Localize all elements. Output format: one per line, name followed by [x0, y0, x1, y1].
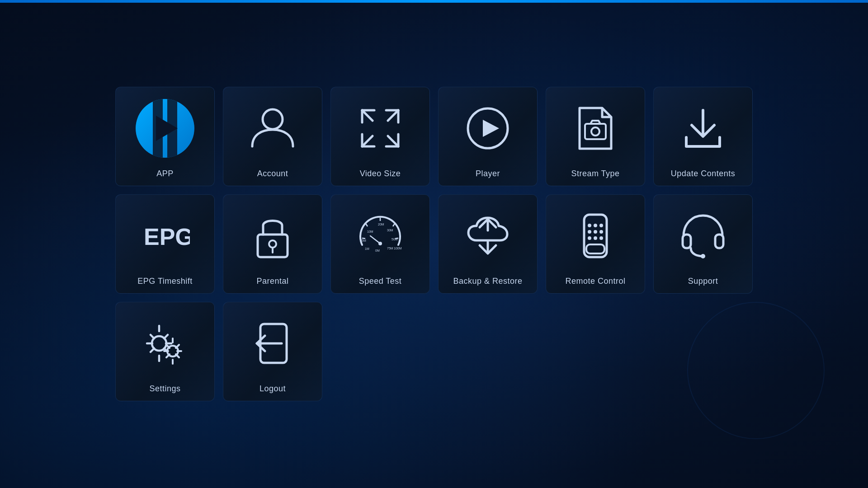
update-contents-icon — [654, 87, 752, 169]
tile-epg-timeshift[interactable]: EPG EPG Timeshift — [115, 194, 215, 294]
tile-parental[interactable]: Parental — [223, 194, 322, 294]
tile-remote-control[interactable]: Remote Control — [546, 194, 645, 294]
tile-account[interactable]: Account — [223, 87, 322, 186]
tile-app[interactable]: APP — [115, 87, 215, 186]
svg-point-38 — [594, 224, 597, 227]
svg-text:10M: 10M — [367, 230, 373, 233]
video-size-icon — [331, 87, 429, 169]
tile-stream-type[interactable]: Stream Type — [546, 87, 645, 186]
svg-line-19 — [366, 224, 368, 226]
tile-update-contents-label: Update Contents — [671, 169, 736, 186]
tile-epg-label: EPG Timeshift — [137, 277, 193, 293]
svg-text:30M: 30M — [387, 229, 393, 232]
svg-point-42 — [599, 230, 603, 234]
stream-type-icon — [546, 87, 645, 169]
remote-control-icon — [546, 195, 645, 277]
svg-point-33 — [378, 242, 382, 245]
parental-icon — [223, 195, 322, 277]
tile-settings[interactable]: Settings — [115, 302, 215, 401]
svg-point-0 — [263, 109, 283, 129]
svg-line-20 — [362, 238, 365, 239]
svg-rect-11 — [585, 124, 606, 139]
svg-point-16 — [269, 240, 276, 248]
tile-backup-restore-label: Backup & Restore — [453, 277, 522, 293]
svg-line-21 — [393, 224, 395, 226]
svg-rect-36 — [584, 215, 607, 257]
svg-text:0M: 0M — [375, 249, 380, 252]
empty-cell-1 — [330, 302, 753, 401]
svg-text:75M: 75M — [387, 247, 393, 250]
epg-icon: EPG — [116, 195, 214, 277]
svg-point-37 — [588, 224, 591, 227]
tile-parental-label: Parental — [256, 277, 288, 293]
main-grid: APP Account — [97, 69, 771, 419]
tile-player-label: Player — [476, 169, 500, 186]
svg-text:50M: 50M — [392, 238, 398, 241]
svg-rect-46 — [586, 244, 604, 253]
svg-rect-47 — [683, 235, 691, 248]
settings-icon — [116, 302, 214, 384]
svg-marker-10 — [483, 120, 499, 137]
svg-point-41 — [594, 230, 597, 234]
svg-point-40 — [588, 230, 591, 234]
account-icon — [223, 87, 322, 169]
support-icon — [654, 195, 752, 277]
tile-app-label: APP — [156, 169, 174, 186]
tile-support-label: Support — [688, 277, 718, 293]
tile-update-contents[interactable]: Update Contents — [653, 87, 753, 186]
tile-stream-type-label: Stream Type — [571, 169, 619, 186]
tile-support[interactable]: Support — [653, 194, 753, 294]
svg-point-44 — [594, 236, 597, 240]
svg-text:5M: 5M — [362, 239, 366, 242]
player-icon — [439, 87, 537, 169]
tile-speed-test-label: Speed Test — [359, 277, 402, 293]
tile-player[interactable]: Player — [438, 87, 538, 186]
svg-rect-48 — [715, 235, 723, 248]
tile-remote-control-label: Remote Control — [565, 277, 625, 293]
svg-rect-15 — [258, 235, 288, 257]
svg-point-39 — [599, 224, 603, 227]
top-bar — [0, 0, 868, 3]
svg-text:100M: 100M — [394, 247, 402, 250]
logout-icon — [223, 302, 322, 384]
tile-backup-restore[interactable]: Backup & Restore — [438, 194, 538, 294]
svg-point-43 — [588, 236, 591, 240]
svg-point-12 — [591, 127, 599, 136]
svg-point-45 — [599, 236, 603, 240]
tile-video-size-label: Video Size — [360, 169, 401, 186]
tile-logout[interactable]: Logout — [223, 302, 322, 401]
svg-point-49 — [701, 254, 705, 258]
svg-text:20M: 20M — [378, 223, 384, 226]
tile-video-size[interactable]: Video Size — [330, 87, 430, 186]
svg-line-32 — [370, 236, 380, 244]
svg-text:EPG: EPG — [144, 224, 190, 250]
backup-restore-icon — [439, 195, 537, 277]
app-icon — [116, 87, 214, 169]
tile-settings-label: Settings — [149, 384, 180, 401]
tile-logout-label: Logout — [259, 384, 286, 401]
speed-test-icon: 20M 30M 50M 75M 100M 10M 5M 1M 0M — [331, 195, 429, 277]
svg-text:1M: 1M — [365, 247, 369, 250]
tile-speed-test[interactable]: 20M 30M 50M 75M 100M 10M 5M 1M 0M Speed … — [330, 194, 430, 294]
tile-account-label: Account — [257, 169, 288, 186]
